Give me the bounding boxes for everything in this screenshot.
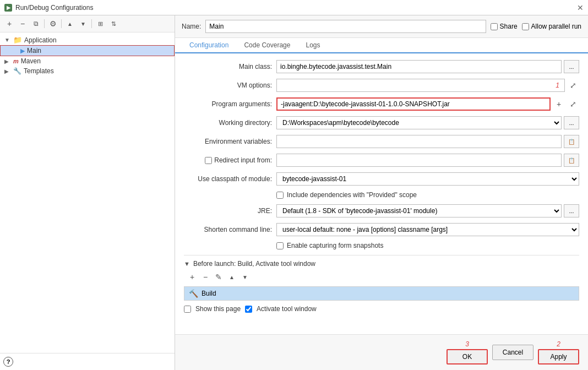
before-launch-toolbar: + − ✎ ▲ ▼: [184, 271, 579, 283]
name-input[interactable]: [205, 20, 486, 33]
share-checkbox[interactable]: [491, 23, 498, 30]
enable-capture-checkbox[interactable]: [276, 242, 284, 249]
classpath-row: Use classpath of module: bytecode-javass…: [184, 172, 579, 186]
left-toolbar: + − ⧉ ⚙ ▲ ▼ ⊞ ⇅: [0, 15, 175, 32]
bl-remove-button[interactable]: −: [199, 271, 211, 283]
apply-wrap: 2 Apply: [538, 340, 579, 364]
env-vars-browse-button[interactable]: 📋: [564, 135, 579, 148]
include-deps-label: Include dependencies with "Provided" sco…: [287, 191, 417, 199]
tree-label-templates: Templates: [24, 67, 54, 75]
bl-item-label: Build: [202, 290, 216, 297]
show-page-label: Show this page: [195, 305, 241, 313]
tree-item-main[interactable]: ▶ Main: [0, 45, 175, 56]
vm-options-input[interactable]: [276, 79, 565, 92]
before-launch-header: ▼ Before launch: Build, Activate tool wi…: [184, 260, 579, 268]
include-deps-checkbox[interactable]: [276, 192, 284, 199]
working-dir-field: D:\Workspaces\apm\bytecode\bytecode ...: [276, 116, 579, 129]
shorten-cmd-field: user-local default: none - java [options…: [276, 223, 579, 236]
title-bar-left: ▶ Run/Debug Configurations: [4, 4, 93, 12]
env-vars-input[interactable]: [276, 135, 562, 148]
tree-label-main: Main: [27, 47, 41, 55]
vm-options-label: VM options:: [184, 81, 272, 89]
app-icon: ▶: [4, 4, 12, 12]
separator2: [61, 19, 62, 28]
run-icon-main: ▶: [20, 47, 25, 55]
redirect-input[interactable]: [276, 154, 562, 167]
ok-wrap: 3 OK: [447, 340, 488, 364]
close-icon[interactable]: ✕: [577, 3, 584, 12]
jre-field: Default (1.8 - SDK of 'bytecode-javassis…: [276, 204, 579, 217]
allow-parallel-checkbox[interactable]: [522, 23, 529, 30]
help-button[interactable]: ?: [3, 357, 13, 367]
tree-item-application[interactable]: ▼ 📁 Application: [0, 35, 175, 45]
program-args-row: Program arguments: + ⤢: [184, 97, 579, 111]
vm-options-row: VM options: 1 ⤢: [184, 79, 579, 92]
include-deps-row: Include dependencies with "Provided" sco…: [184, 191, 579, 199]
program-args-label: Program arguments:: [184, 100, 272, 108]
settings-button[interactable]: ⚙: [47, 18, 59, 30]
show-page-checkbox[interactable]: [184, 306, 191, 313]
working-dir-label: Working directory:: [184, 119, 272, 127]
before-launch-section: ▼ Before launch: Build, Activate tool wi…: [184, 255, 579, 313]
main-class-field: ...: [276, 60, 579, 73]
program-args-expand-button[interactable]: ⤢: [567, 98, 579, 110]
jre-select[interactable]: Default (1.8 - SDK of 'bytecode-javassis…: [276, 204, 562, 217]
separator3: [91, 19, 92, 28]
classpath-field: bytecode-javassist-01: [276, 172, 579, 186]
program-args-input[interactable]: [276, 97, 551, 111]
tab-code-coverage[interactable]: Code Coverage: [236, 38, 298, 53]
bl-up-button[interactable]: ▲: [226, 271, 238, 283]
remove-button[interactable]: −: [17, 18, 29, 30]
redirect-checkbox[interactable]: [205, 157, 212, 164]
enable-capture-label: Enable capturing form snapshots: [287, 242, 383, 249]
bl-down-button[interactable]: ▼: [239, 271, 251, 283]
tab-configuration[interactable]: Configuration: [182, 38, 236, 53]
apply-button[interactable]: Apply: [538, 349, 579, 364]
working-dir-row: Working directory: D:\Workspaces\apm\byt…: [184, 116, 579, 129]
config-area: Main class: ... VM options: 1 ⤢ Program …: [175, 53, 588, 334]
tree-item-templates[interactable]: ▶ 🔧 Templates: [0, 66, 175, 76]
tree-item-maven[interactable]: ▶ m Maven: [0, 56, 175, 66]
right-panel: Name: Share Allow parallel run Configura…: [175, 15, 588, 370]
apply-number: 2: [557, 340, 560, 348]
before-launch-toggle[interactable]: ▼: [184, 260, 190, 267]
program-args-add-button[interactable]: +: [553, 98, 565, 110]
up-button[interactable]: ▲: [64, 18, 76, 30]
jre-browse-button[interactable]: ...: [564, 204, 579, 217]
jre-row: JRE: Default (1.8 - SDK of 'bytecode-jav…: [184, 204, 579, 217]
move-to-group-button[interactable]: ⊞: [94, 18, 106, 30]
dialog-title: Run/Debug Configurations: [15, 4, 93, 12]
cancel-button[interactable]: Cancel: [492, 345, 533, 360]
main-class-browse-button[interactable]: ...: [564, 60, 579, 73]
bl-item-build[interactable]: 🔨 Build: [184, 287, 579, 300]
add-button[interactable]: +: [3, 18, 15, 30]
name-bar: Name: Share Allow parallel run: [175, 15, 588, 38]
tree-label-application: Application: [24, 36, 57, 44]
expand-icon-application: ▼: [4, 37, 11, 43]
working-dir-select[interactable]: D:\Workspaces\apm\bytecode\bytecode: [276, 116, 562, 129]
vm-options-expand-button[interactable]: ⤢: [567, 79, 579, 91]
copy-button[interactable]: ⧉: [30, 18, 42, 30]
env-vars-field: 📋: [276, 135, 579, 148]
main-class-input[interactable]: [276, 60, 562, 73]
classpath-label: Use classpath of module:: [184, 175, 272, 183]
working-dir-browse-button[interactable]: ...: [564, 116, 579, 129]
share-checkbox-label: Share: [491, 23, 518, 30]
bl-add-button[interactable]: +: [186, 271, 198, 283]
ok-button[interactable]: OK: [447, 349, 488, 364]
enable-capture-row: Enable capturing form snapshots: [184, 242, 579, 249]
shorten-cmd-select[interactable]: user-local default: none - java [options…: [276, 223, 579, 236]
sort-button[interactable]: ⇅: [107, 18, 119, 30]
activate-tool-checkbox[interactable]: [245, 306, 252, 313]
bl-edit-button[interactable]: ✎: [213, 271, 225, 283]
down-button[interactable]: ▼: [77, 18, 89, 30]
vm-options-number: 1: [556, 81, 559, 89]
show-page-row: Show this page Activate tool window: [184, 305, 579, 313]
wrench-icon-templates: 🔧: [13, 67, 21, 75]
separator: [44, 19, 45, 28]
redirect-browse-button[interactable]: 📋: [564, 154, 579, 167]
main-container: + − ⧉ ⚙ ▲ ▼ ⊞ ⇅ ▼ 📁 Application ▶ Main: [0, 15, 588, 370]
main-class-row: Main class: ...: [184, 60, 579, 73]
classpath-select[interactable]: bytecode-javassist-01: [276, 172, 579, 186]
tab-logs[interactable]: Logs: [298, 38, 328, 53]
